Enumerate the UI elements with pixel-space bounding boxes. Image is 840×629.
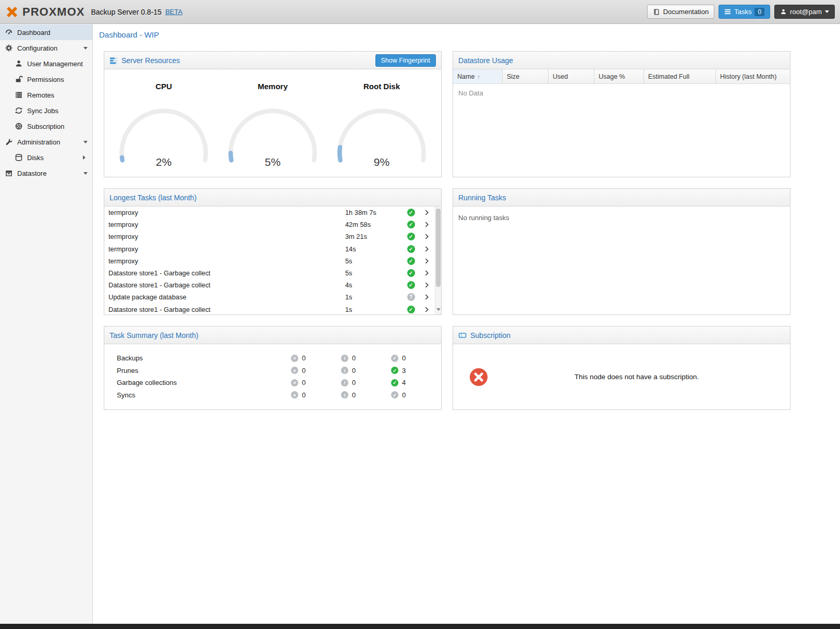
column-header[interactable]: Size (503, 69, 549, 83)
task-status-icon: ✓ (407, 233, 415, 240)
warning-count: 0 (352, 379, 356, 386)
tasks-button[interactable]: Tasks 0 (719, 5, 770, 19)
task-name: termproxy (108, 233, 345, 240)
show-fingerprint-button[interactable]: Show Fingerprint (375, 54, 436, 67)
column-header[interactable]: Usage % (594, 69, 644, 83)
user-label: root@pam (790, 8, 822, 16)
warning-icon: ! (341, 367, 348, 374)
scrollbar-thumb[interactable] (436, 209, 441, 287)
ok-count: 0 (402, 354, 406, 362)
ok-count: 3 (402, 367, 406, 374)
panel-title: Server Resources (121, 56, 180, 65)
task-list-icon (724, 8, 731, 15)
subscription-message: This node does not have a subscription. (489, 373, 790, 381)
sidebar-item-administration[interactable]: Administration (0, 134, 92, 150)
task-open-chevron[interactable] (418, 222, 435, 227)
scrollbar-down-arrow[interactable] (436, 308, 441, 313)
task-open-chevron[interactable] (418, 234, 435, 239)
warning-icon: ! (341, 355, 348, 362)
task-summary-row[interactable]: Syncs × 0 ! 0 ✓ 0 (104, 389, 441, 402)
documentation-button[interactable]: Documentation (647, 5, 714, 19)
task-summary-row[interactable]: Backups × 0 ! 0 ✓ 0 (104, 352, 441, 365)
user-icon (15, 59, 23, 68)
top-header: PROXMOX Backup Server 0.8-15 BETA Docume… (0, 0, 840, 24)
task-open-chevron[interactable] (418, 210, 435, 215)
task-row[interactable]: termproxy 3m 21s ✓ (104, 231, 435, 243)
gauge-value: 2% (114, 156, 213, 168)
task-name: termproxy (108, 209, 345, 216)
sidebar-item-disks[interactable]: Disks (0, 150, 92, 165)
task-status-icon: ✓ (407, 221, 415, 228)
error-cell: × 0 (291, 391, 341, 399)
sidebar-item-user-management[interactable]: User Management (0, 56, 92, 71)
task-row[interactable]: Datastore store1 - Garbage collect 4s ✓ (104, 279, 435, 291)
sidebar-item-label: Sync Jobs (27, 107, 58, 115)
task-summary-label: Syncs (117, 391, 291, 399)
gauge: CPU 2% (114, 82, 213, 177)
running-tasks-panel: Running Tasks No running tasks (453, 188, 790, 315)
column-header[interactable]: History (last Month) (716, 69, 790, 83)
sidebar-item-dashboard[interactable]: Dashboard (0, 25, 92, 40)
task-open-chevron[interactable] (418, 270, 435, 276)
error-cell: × 0 (291, 367, 341, 374)
error-count: 0 (302, 379, 306, 386)
proxmox-x-icon (5, 5, 19, 19)
archive-icon (5, 169, 13, 177)
no-subscription-icon (469, 367, 489, 387)
task-summary-rows: Backups × 0 ! 0 ✓ 0 Prunes × 0 ! 0 ✓ 3 G… (104, 344, 441, 401)
task-row[interactable]: Update package database 1s ? (104, 291, 435, 303)
scrollbar[interactable] (435, 207, 441, 314)
sidebar-item-label: Administration (17, 138, 60, 146)
task-row[interactable]: Datastore store1 - Garbage collect 1s ✓ (104, 304, 435, 315)
column-header[interactable]: Estimated Full (644, 69, 716, 83)
task-status-icon: ? (407, 293, 415, 301)
sidebar-item-sync-jobs[interactable]: Sync Jobs (0, 103, 92, 118)
column-header[interactable]: Name↑ (453, 69, 503, 83)
sidebar-item-datastore[interactable]: Datastore (0, 165, 92, 181)
sidebar: Dashboard Configuration User Management … (0, 24, 93, 624)
sidebar-item-label: Permissions (27, 76, 64, 83)
column-header[interactable]: Used (549, 69, 594, 83)
task-row[interactable]: Datastore store1 - Garbage collect 5s ✓ (104, 267, 435, 279)
gauge-label: Root Disk (332, 82, 431, 91)
task-open-chevron[interactable] (418, 246, 435, 252)
documentation-label: Documentation (663, 8, 709, 16)
task-open-chevron[interactable] (418, 307, 435, 312)
task-summary-row[interactable]: Prunes × 0 ! 0 ✓ 3 (104, 365, 441, 377)
ok-cell: ✓ 4 (391, 379, 441, 386)
sidebar-item-remotes[interactable]: Remotes (0, 87, 92, 103)
unlock-icon (15, 75, 23, 83)
task-row[interactable]: termproxy 5s ✓ (104, 255, 435, 267)
warning-count: 0 (352, 354, 356, 362)
ok-cell: ✓ 0 (391, 354, 441, 362)
sidebar-item-permissions[interactable]: Permissions (0, 71, 92, 87)
task-row[interactable]: termproxy 1h 38m 7s ✓ (104, 207, 435, 219)
task-status-icon: ✓ (407, 257, 415, 265)
task-duration: 1h 38m 7s (345, 209, 404, 216)
disk-icon (15, 153, 23, 162)
task-open-chevron[interactable] (418, 258, 435, 264)
task-summary-row[interactable]: Garbage collections × 0 ! 0 ✓ 4 (104, 377, 441, 389)
panel-title: Subscription (470, 331, 510, 340)
task-duration: 14s (345, 245, 404, 253)
task-row[interactable]: termproxy 14s ✓ (104, 243, 435, 255)
sidebar-item-label: Dashboard (17, 29, 51, 37)
sidebar-item-configuration[interactable]: Configuration (0, 40, 92, 56)
page-title-bar: Dashboard - WIP (93, 24, 840, 45)
caret-down-icon (83, 141, 88, 146)
task-open-chevron[interactable] (418, 282, 435, 288)
warning-icon: ! (341, 379, 348, 386)
sort-asc-icon: ↑ (477, 74, 480, 80)
task-row[interactable]: termproxy 42m 58s ✓ (104, 219, 435, 231)
task-name: termproxy (108, 245, 345, 253)
beta-link[interactable]: BETA (165, 8, 182, 16)
caret-down-icon (83, 172, 88, 177)
user-menu-button[interactable]: root@pam (774, 5, 835, 19)
error-cell: × 0 (291, 379, 341, 386)
task-summary-panel: Task Summary (last Month) Backups × 0 ! … (104, 326, 442, 410)
sidebar-item-subscription[interactable]: Subscription (0, 118, 92, 134)
task-open-chevron[interactable] (418, 294, 435, 300)
error-icon: × (291, 355, 298, 362)
sidebar-item-label: Configuration (17, 44, 57, 52)
user-icon (780, 8, 787, 15)
